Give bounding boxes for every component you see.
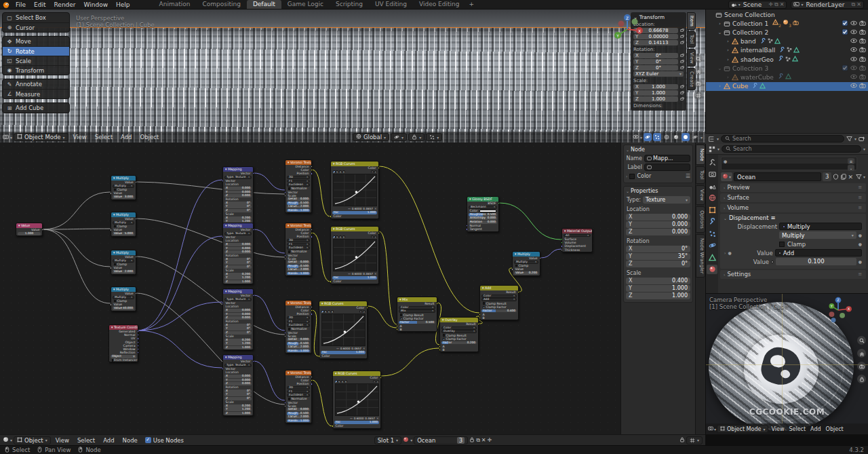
curve-editor[interactable] bbox=[335, 383, 379, 416]
unlink-icon[interactable]: ✕ bbox=[848, 174, 853, 181]
socket-input[interactable] bbox=[330, 215, 332, 217]
node-field[interactable]: Rotation0.000 bbox=[469, 221, 497, 224]
node-slider[interactable]: Rando...1.000 bbox=[287, 209, 310, 212]
hide-toggle[interactable] bbox=[850, 29, 857, 37]
node-field[interactable]: Z0° bbox=[224, 331, 252, 335]
menu-node[interactable]: Node bbox=[119, 437, 141, 444]
animate-dot[interactable]: ● bbox=[859, 242, 862, 246]
material-browse-button[interactable]: ▾ bbox=[721, 172, 732, 181]
node-dropdown[interactable]: Type: Texture▾ bbox=[224, 364, 252, 367]
socket-input[interactable] bbox=[222, 180, 224, 182]
socket-input[interactable] bbox=[466, 225, 468, 227]
workspace-tab-compositing[interactable]: Compositing bbox=[196, 0, 246, 9]
socket-input[interactable] bbox=[561, 242, 563, 244]
sidebar-tab-view[interactable]: View bbox=[696, 185, 705, 205]
tool-annotate[interactable]: ✎Annotate bbox=[3, 79, 69, 89]
node-checkbox[interactable]: ✓Clamp Factor bbox=[440, 337, 478, 341]
unlink-icon[interactable]: ✕ bbox=[481, 437, 486, 443]
node-slider[interactable]: Fac1.000 bbox=[334, 421, 379, 424]
close-icon[interactable]: ✕ bbox=[856, 1, 861, 7]
animate-dot[interactable]: ● bbox=[859, 233, 862, 238]
node-dropdown[interactable]: Multiply▾ bbox=[113, 221, 134, 225]
scale-x-field[interactable]: X1.000 bbox=[633, 84, 678, 90]
outliner-row-shadergeo[interactable]: ›shaderGeo bbox=[706, 55, 868, 64]
socket-input[interactable] bbox=[110, 267, 112, 269]
fake-user-icon[interactable] bbox=[833, 174, 839, 180]
curve-channel-buttons[interactable]: CRGB−+ bbox=[333, 379, 380, 383]
snapping-icon[interactable] bbox=[679, 437, 685, 444]
node-material-output[interactable]: ▾ Material OutputAll▾SurfaceVolumeDispla… bbox=[561, 228, 593, 252]
node-slider[interactable]: Fac1.000 bbox=[332, 211, 377, 214]
node-dropdown[interactable]: Multiply▾ bbox=[113, 259, 134, 263]
camera-visibility-toggle[interactable] bbox=[859, 29, 866, 37]
slot-dropdown[interactable]: Slot 1▾ bbox=[374, 436, 401, 444]
node-dropdown[interactable]: Euclidean▾ bbox=[287, 246, 310, 250]
socket-output[interactable] bbox=[137, 330, 139, 333]
node-voronoi-4[interactable]: ▾ Voronoi TextureDistanceColorPosition3D… bbox=[285, 370, 312, 423]
workspace-tab-game-logic[interactable]: Game Logic bbox=[281, 0, 330, 9]
exclude-checkbox[interactable] bbox=[842, 29, 848, 37]
camera-visibility-toggle[interactable] bbox=[859, 56, 866, 64]
socket-output[interactable] bbox=[135, 256, 137, 258]
socket-input[interactable] bbox=[318, 355, 320, 357]
render-layer-selector[interactable]: ▾ RenderLayer ⧉ ✕ bbox=[791, 1, 864, 9]
hide-toggle[interactable] bbox=[850, 82, 857, 90]
node-object-field[interactable]: Object▾ bbox=[111, 355, 136, 358]
socket-output[interactable] bbox=[252, 360, 254, 362]
socket-output[interactable] bbox=[252, 295, 254, 297]
close-icon[interactable]: ✕ bbox=[780, 1, 785, 7]
camera-visibility-toggle[interactable] bbox=[859, 20, 866, 28]
socket-input[interactable] bbox=[284, 195, 286, 197]
node-field[interactable]: Value5.000 bbox=[113, 232, 134, 235]
outliner-row-band[interactable]: ›band bbox=[706, 37, 868, 46]
socket-input[interactable] bbox=[284, 335, 286, 337]
socket-output[interactable] bbox=[311, 376, 313, 378]
socket-input[interactable] bbox=[330, 280, 332, 282]
presets-icon[interactable]: ☰ bbox=[686, 173, 690, 179]
scene-selector[interactable]: ▾ Scene ✛ ⧉ ✕ bbox=[728, 1, 787, 9]
properties-tab-tool[interactable] bbox=[707, 157, 717, 167]
panel-preview[interactable]: ›Preview≡ bbox=[720, 183, 866, 192]
material-users-count[interactable]: 3 bbox=[823, 172, 831, 181]
tool-scale[interactable]: ◱Scale bbox=[3, 56, 69, 65]
sidebar-tab-node[interactable]: Node bbox=[696, 145, 705, 165]
socket-output[interactable] bbox=[135, 218, 137, 220]
use-nodes-checkbox[interactable]: ✓Use Nodes bbox=[142, 436, 186, 444]
properties-tab-render[interactable] bbox=[707, 170, 717, 179]
node-add[interactable]: ▾ AddResultColor▾Add▾Clamp Result✓Clamp … bbox=[479, 285, 519, 320]
pin-icon[interactable]: ✛ bbox=[768, 1, 773, 7]
tool-select-box[interactable]: ▢Select Box bbox=[3, 13, 69, 22]
node-voronoi-3[interactable]: ▾ Voronoi TextureDistanceColorPosition3D… bbox=[285, 300, 312, 354]
properties-tab-material[interactable] bbox=[707, 265, 717, 274]
outliner-row-scene-collection[interactable]: Scene Collection bbox=[706, 10, 868, 19]
menu-object[interactable]: Object bbox=[136, 134, 162, 140]
animate-dot[interactable]: ● bbox=[859, 259, 862, 264]
node-dropdown[interactable]: Type: Texture▾ bbox=[224, 298, 252, 301]
camera-visibility-toggle[interactable] bbox=[859, 37, 866, 45]
lock-icon[interactable] bbox=[680, 60, 684, 63]
properties-tab-particles[interactable] bbox=[707, 229, 717, 238]
workspace-tab-default[interactable]: Default bbox=[247, 0, 281, 9]
node-dropdown[interactable]: Euclidean▾ bbox=[287, 183, 310, 187]
tool-add-cube[interactable]: ⊞Add Cube bbox=[3, 103, 69, 113]
viewport-camera[interactable]: Camera Perspective [1] Scene Collection … bbox=[705, 293, 868, 434]
node-multiply-5[interactable]: ▾ MultiplyValueMultiply▾ClampValueValue0… bbox=[512, 251, 540, 276]
node-field[interactable]: Value2.000 bbox=[113, 270, 134, 273]
lock-icon[interactable] bbox=[680, 41, 684, 44]
cam-icon[interactable] bbox=[694, 79, 703, 88]
tool-rotate[interactable]: ↻Rotate bbox=[3, 46, 69, 56]
node-multiply-4[interactable]: ▾ MultiplyValueMultiply▾ClampValueValue4… bbox=[111, 286, 136, 311]
duplicate-icon[interactable]: ⧉ bbox=[852, 1, 856, 8]
displacement-method-dropdown[interactable]: Multiply▾ bbox=[779, 231, 856, 239]
settings-panel[interactable]: ›Settings≡ bbox=[720, 270, 866, 279]
socket-output[interactable] bbox=[135, 292, 137, 295]
socket-input[interactable] bbox=[396, 325, 398, 327]
shading-wireframe-button[interactable] bbox=[663, 133, 671, 141]
outliner-row-collection-1[interactable]: ›Collection 123 bbox=[706, 19, 868, 28]
value-input[interactable]: Add bbox=[775, 249, 862, 257]
socket-input[interactable] bbox=[439, 349, 441, 351]
panel-volume[interactable]: ›Volume≡ bbox=[720, 204, 866, 212]
lock-icon[interactable] bbox=[680, 86, 684, 88]
slot-remove-button[interactable]: ⌄ bbox=[848, 165, 854, 171]
socket-output[interactable] bbox=[380, 377, 382, 379]
